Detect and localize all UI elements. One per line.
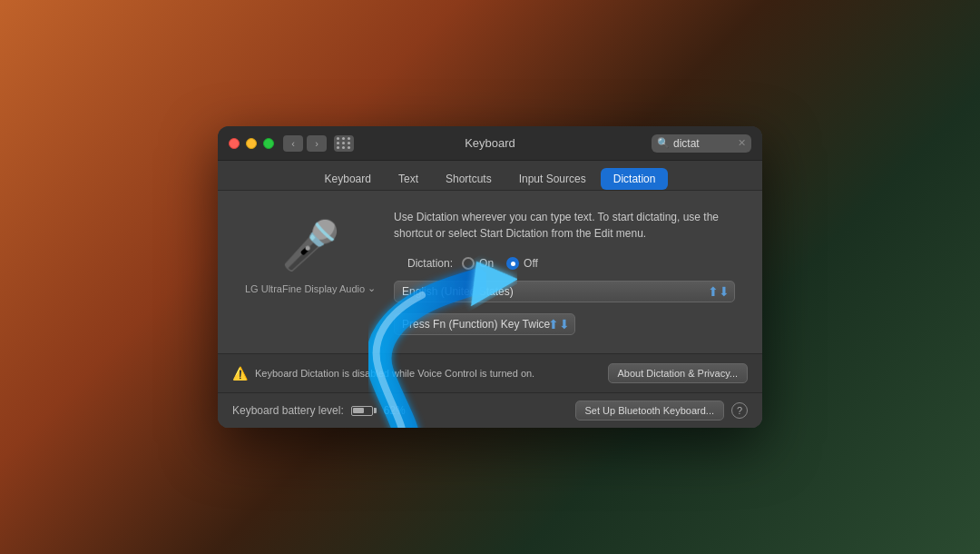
window-title: Keyboard xyxy=(465,136,515,150)
tab-shortcuts[interactable]: Shortcuts xyxy=(433,168,505,190)
close-button[interactable] xyxy=(229,138,240,149)
battery-fill xyxy=(353,408,364,413)
battery-tip xyxy=(374,408,377,413)
tabs-bar: Keyboard Text Shortcuts Input Sources Di… xyxy=(218,161,762,191)
bluetooth-setup-button[interactable]: Set Up Bluetooth Keyboard... xyxy=(575,401,724,420)
warning-icon: ⚠️ xyxy=(232,366,248,381)
language-selected-value: English (United States) xyxy=(402,285,514,298)
status-bar: Keyboard battery level: 62% Set Up Bluet… xyxy=(218,392,762,428)
radio-group: On Off xyxy=(462,257,538,270)
footer-warning: ⚠️ Keyboard Dictation is disabled while … xyxy=(218,353,762,392)
nav-buttons: ‹ › xyxy=(283,135,354,152)
search-icon: 🔍 xyxy=(657,137,670,149)
maximize-button[interactable] xyxy=(263,138,274,149)
battery-icon xyxy=(351,406,377,416)
right-section: Use Dictation wherever you can type text… xyxy=(394,209,735,335)
left-section: 🎤 LG UltraFine Display Audio ⌄ xyxy=(245,209,376,335)
minimize-button[interactable] xyxy=(246,138,257,149)
tab-keyboard[interactable]: Keyboard xyxy=(312,168,384,190)
tab-dictation[interactable]: Dictation xyxy=(601,168,669,190)
help-button[interactable]: ? xyxy=(731,402,748,419)
dictation-field-label: Dictation: xyxy=(394,257,453,270)
shortcut-select[interactable]: Press Fn (Function) Key Twice xyxy=(394,313,575,335)
back-button[interactable]: ‹ xyxy=(283,135,303,152)
grid-view-button[interactable] xyxy=(334,135,354,152)
audio-device-selector[interactable]: LG UltraFine Display Audio ⌄ xyxy=(245,282,376,294)
battery-body xyxy=(351,406,373,416)
search-value: dictat xyxy=(673,137,734,150)
radio-on-option[interactable]: On xyxy=(462,257,494,270)
shortcut-selected-value: Press Fn (Function) Key Twice xyxy=(402,318,550,331)
tab-input-sources[interactable]: Input Sources xyxy=(506,168,599,190)
traffic-lights xyxy=(229,138,274,149)
audio-chevron-icon: ⌄ xyxy=(368,282,376,294)
dictation-toggle-row: Dictation: On Off xyxy=(394,257,735,270)
radio-on-circle[interactable] xyxy=(462,257,475,270)
titlebar: ‹ › Keyboard 🔍 dictat ✕ xyxy=(218,126,762,161)
language-select-wrapper[interactable]: English (United States) ⬆⬇ xyxy=(394,281,735,302)
tab-text[interactable]: Text xyxy=(386,168,431,190)
warning-message: ⚠️ Keyboard Dictation is disabled while … xyxy=(232,366,534,381)
about-dictation-button[interactable]: About Dictation & Privacy... xyxy=(608,363,748,383)
main-content: 🎤 LG UltraFine Display Audio ⌄ Use Dicta… xyxy=(218,191,762,353)
shortcut-row: Press Fn (Function) Key Twice ⬆⬇ xyxy=(394,313,735,335)
forward-button[interactable]: › xyxy=(307,135,327,152)
radio-on-label: On xyxy=(479,257,494,270)
language-select[interactable]: English (United States) xyxy=(394,281,735,302)
search-box[interactable]: 🔍 dictat ✕ xyxy=(652,134,751,153)
description-text: Use Dictation wherever you can type text… xyxy=(394,209,735,242)
search-clear-button[interactable]: ✕ xyxy=(738,137,746,149)
grid-dots-icon xyxy=(337,137,351,149)
radio-off-label: Off xyxy=(524,257,538,270)
audio-device-name: LG UltraFine Display Audio xyxy=(245,283,365,294)
battery-label: Keyboard battery level: xyxy=(232,404,344,417)
radio-off-circle[interactable] xyxy=(506,257,519,270)
content-area: 🎤 LG UltraFine Display Audio ⌄ Use Dicta… xyxy=(218,191,762,428)
radio-off-option[interactable]: Off xyxy=(506,257,538,270)
battery-percent: 62% xyxy=(384,404,406,417)
battery-section: Keyboard battery level: 62% xyxy=(232,404,406,417)
warning-text: Keyboard Dictation is disabled while Voi… xyxy=(255,368,534,379)
shortcut-select-wrapper[interactable]: Press Fn (Function) Key Twice ⬆⬇ xyxy=(394,313,575,335)
main-window: ‹ › Keyboard 🔍 dictat ✕ Keyboard Text Sh… xyxy=(218,126,762,428)
status-right: Set Up Bluetooth Keyboard... ? xyxy=(575,401,748,420)
microphone-icon: 🎤 xyxy=(281,218,340,273)
